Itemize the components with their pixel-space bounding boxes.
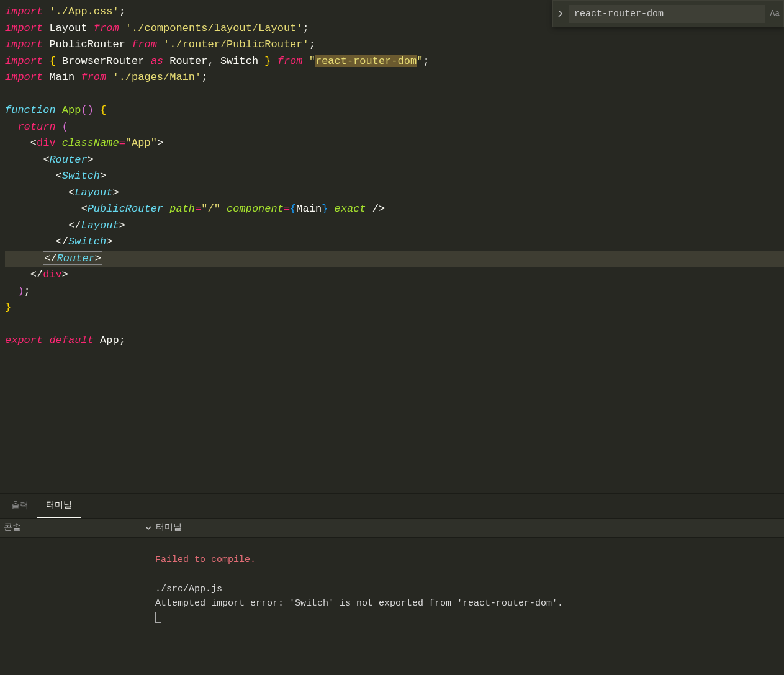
code-line-active[interactable]: </Router> [5, 251, 784, 267]
code-line[interactable]: } [5, 300, 784, 316]
chevron-right-icon [557, 10, 564, 17]
code-line[interactable]: </div> [5, 267, 784, 284]
keyword-import: import [5, 6, 43, 17]
find-toggle-replace[interactable] [553, 1, 568, 27]
cursor: </Router> [43, 251, 102, 265]
tab-terminal[interactable]: 터미널 [37, 494, 81, 518]
terminal-cursor-line [155, 610, 784, 625]
chevron-down-icon [145, 524, 152, 532]
terminal-error-line: Failed to compile. [155, 553, 784, 567]
code-line[interactable]: </Switch> [5, 234, 784, 251]
panel-sub-terminal[interactable]: 터미널 [140, 521, 182, 535]
code-line[interactable] [5, 86, 784, 103]
code-line[interactable]: <Switch> [5, 168, 784, 185]
terminal-file-line: ./src/App.js [155, 582, 784, 596]
code-line[interactable]: <PublicRouter path="/" component={Main} … [5, 201, 784, 218]
panel-sub-terminal-label: 터미널 [156, 521, 182, 535]
find-widget: Aa [552, 0, 784, 27]
terminal-cursor [155, 612, 161, 623]
tab-output[interactable]: 출력 [2, 494, 37, 518]
terminal[interactable]: Failed to compile. ./src/App.js Attempte… [0, 538, 784, 625]
panel-sub-console[interactable]: 콘솔 [0, 521, 140, 535]
code-line[interactable]: function App() { [5, 102, 784, 119]
code-line[interactable] [5, 316, 784, 333]
code-editor[interactable]: import './App.css'; import Layout from '… [0, 0, 784, 493]
code-line[interactable]: ); [5, 284, 784, 300]
code-line[interactable]: import Main from './pages/Main'; [5, 69, 784, 86]
code-line[interactable]: import PublicRouter from './router/Publi… [5, 37, 784, 53]
code-line[interactable]: <div className="App"> [5, 135, 784, 152]
find-match-case[interactable]: Aa [766, 5, 783, 22]
bottom-panel: 출력 터미널 콘솔 터미널 Failed to compile. ./src/A… [0, 493, 784, 675]
find-input[interactable] [569, 5, 765, 23]
string-literal: './App.css' [49, 6, 119, 17]
panel-sub-header: 콘솔 터미널 [0, 518, 784, 538]
code-line[interactable]: import { BrowserRouter as Router, Switch… [5, 53, 784, 70]
code-line[interactable]: export default App; [5, 333, 784, 349]
panel-tabs: 출력 터미널 [0, 493, 784, 518]
terminal-message-line: Attempted import error: 'Switch' is not … [155, 596, 784, 610]
code-line[interactable]: return ( [5, 119, 784, 136]
code-line[interactable]: </Layout> [5, 218, 784, 235]
search-match: react-router-dom [315, 55, 417, 67]
code-line[interactable]: <Layout> [5, 185, 784, 202]
code-line[interactable]: <Router> [5, 152, 784, 169]
terminal-line [155, 567, 784, 581]
